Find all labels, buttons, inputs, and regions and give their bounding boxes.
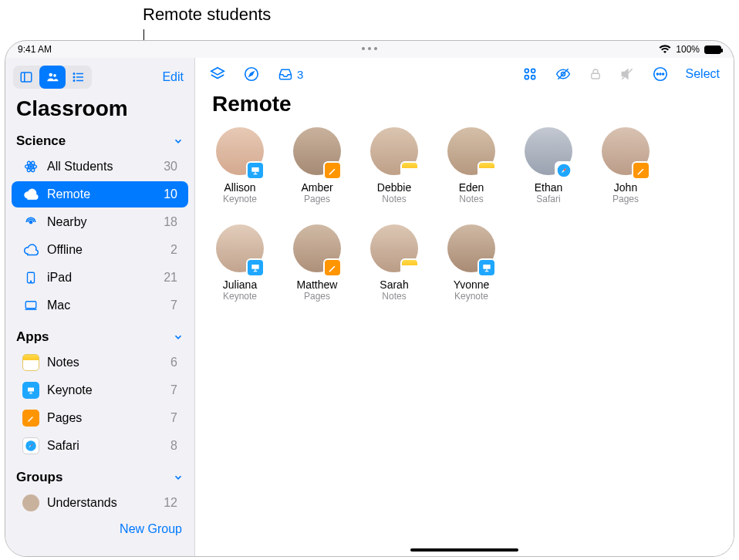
sidebar-item-all-students[interactable]: All Students 30: [12, 153, 188, 180]
sidebar-item-count: 8: [170, 439, 177, 453]
sidebar-item-app-notes[interactable]: Notes 6: [12, 349, 188, 376]
pages-app-icon: [22, 410, 39, 427]
more-button[interactable]: [652, 66, 669, 83]
keynote-app-icon: [22, 382, 39, 399]
svg-point-9: [73, 80, 75, 82]
svg-point-31: [525, 76, 528, 79]
student-card[interactable]: SarahNotes: [363, 224, 425, 302]
sidebar-item-count: 10: [164, 187, 177, 201]
sidebar-item-label: Pages: [47, 411, 82, 425]
student-name: Matthew: [297, 278, 338, 291]
view-mode-book[interactable]: [13, 66, 39, 89]
student-card[interactable]: JohnPages: [595, 127, 656, 204]
sidebar-item-label: Nearby: [47, 215, 87, 229]
student-card[interactable]: JulianaKeynote: [209, 224, 271, 302]
grid-button[interactable]: [522, 66, 538, 82]
select-button[interactable]: Select: [686, 67, 720, 81]
student-app: Notes: [382, 194, 406, 204]
inbox-button[interactable]: 3: [277, 66, 303, 82]
notes-app-icon: [22, 354, 39, 371]
sidebar-item-mac[interactable]: Mac 7: [12, 292, 188, 319]
student-card[interactable]: MatthewPages: [286, 224, 348, 302]
student-grid: AllisonKeynoteAmberPagesDebbieNotesEdenN…: [195, 127, 734, 302]
view-mode-segmented[interactable]: [13, 66, 92, 89]
view-mode-people[interactable]: [39, 66, 66, 89]
sidebar-item-nearby[interactable]: Nearby 18: [12, 209, 188, 235]
student-card[interactable]: AmberPages: [286, 127, 348, 204]
svg-point-14: [29, 221, 32, 223]
mac-icon: [22, 297, 39, 314]
student-name: Allison: [224, 181, 255, 194]
pages-app-icon: [323, 161, 342, 180]
svg-point-32: [531, 76, 535, 79]
student-card[interactable]: EdenNotes: [440, 127, 502, 204]
section-header-science[interactable]: Science: [5, 130, 194, 152]
sidebar-item-ipad[interactable]: iPad 21: [12, 265, 188, 291]
student-card[interactable]: AllisonKeynote: [209, 127, 271, 204]
svg-rect-17: [25, 302, 36, 309]
sidebar-item-app-pages[interactable]: Pages 7: [12, 405, 188, 431]
notes-app-icon: [400, 161, 419, 180]
section-header-groups[interactable]: Groups: [5, 467, 194, 488]
student-name: Eden: [459, 181, 484, 194]
sidebar-item-label: Offline: [47, 243, 83, 257]
safari-app-icon: [555, 161, 573, 180]
student-app: Pages: [612, 194, 639, 204]
svg-rect-0: [21, 73, 32, 82]
svg-point-2: [49, 73, 53, 77]
lock-button[interactable]: [589, 66, 602, 82]
safari-app-icon: [22, 437, 39, 454]
svg-point-13: [30, 166, 32, 168]
sidebar-item-label: Keynote: [47, 383, 93, 397]
pages-app-icon: [632, 161, 650, 180]
multitask-dots[interactable]: [360, 47, 379, 50]
sidebar-item-count: 7: [170, 411, 177, 425]
sidebar-item-label: All Students: [47, 160, 113, 174]
svg-marker-28: [249, 72, 254, 76]
compass-button[interactable]: [243, 66, 260, 83]
page-title: Remote: [195, 87, 734, 127]
edit-button[interactable]: Edit: [162, 70, 184, 84]
section-title: Science: [16, 133, 66, 149]
status-time: 9:41 AM: [18, 44, 52, 55]
sidebar-item-app-keynote[interactable]: Keynote 7: [12, 377, 188, 403]
student-card[interactable]: EthanSafari: [518, 127, 579, 204]
svg-point-41: [662, 73, 663, 75]
new-group-button[interactable]: New Group: [5, 518, 194, 544]
stack-button[interactable]: [209, 66, 226, 83]
main-panel: 3: [195, 58, 734, 556]
hide-button[interactable]: [555, 66, 572, 82]
home-indicator[interactable]: [410, 548, 518, 552]
section-title: Apps: [16, 329, 49, 345]
sidebar-item-app-safari[interactable]: Safari 8: [12, 433, 188, 459]
student-card[interactable]: DebbieNotes: [363, 127, 425, 204]
sidebar-item-count: 21: [164, 271, 177, 285]
student-app: Keynote: [223, 194, 257, 204]
svg-point-39: [656, 73, 658, 75]
student-app: Pages: [304, 291, 330, 302]
svg-point-8: [73, 76, 75, 78]
notes-app-icon: [477, 161, 496, 180]
sidebar-item-count: 30: [164, 160, 177, 174]
wifi-icon: [659, 45, 671, 54]
cloud-off-icon: [22, 241, 39, 258]
sidebar-item-offline[interactable]: Offline 2: [12, 237, 188, 263]
sidebar-item-count: 7: [170, 299, 177, 312]
student-app: Safari: [536, 194, 560, 204]
inbox-badge: 3: [297, 68, 303, 81]
svg-point-16: [30, 281, 31, 282]
svg-marker-26: [211, 68, 224, 75]
toolbar: 3: [195, 58, 734, 87]
section-header-apps[interactable]: Apps: [5, 326, 194, 348]
sidebar-item-group-understands[interactable]: Understands 12: [12, 490, 188, 516]
notes-app-icon: [400, 258, 419, 277]
app-title: Classroom: [5, 93, 194, 130]
sidebar-item-remote[interactable]: Remote 10: [12, 181, 188, 207]
svg-point-40: [660, 73, 661, 75]
student-card[interactable]: YvonneKeynote: [440, 224, 502, 302]
sidebar-item-label: Notes: [47, 356, 79, 369]
mute-button[interactable]: [619, 66, 635, 82]
view-mode-list[interactable]: [66, 66, 92, 89]
ipad-icon: [22, 269, 39, 286]
student-app: Notes: [459, 194, 483, 204]
